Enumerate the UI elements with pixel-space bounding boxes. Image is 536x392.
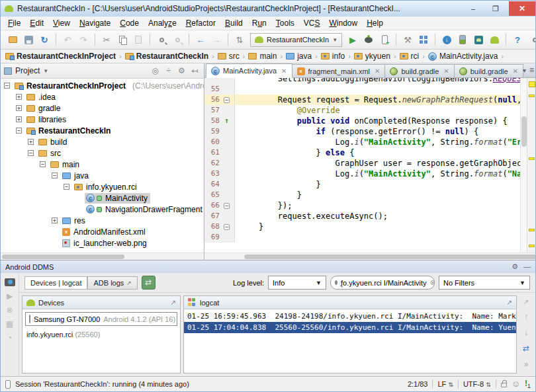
menu-tools[interactable]: Tools: [271, 17, 299, 29]
menu-build[interactable]: Build: [220, 17, 247, 29]
tree-item-info-ykyuen-rci[interactable]: −info.ykyuen.rci: [1, 181, 204, 192]
breadcrumb-info[interactable]: info: [320, 52, 345, 61]
editor-hscrollbar[interactable]: [204, 253, 535, 260]
locate-file-icon[interactable]: ◎: [150, 66, 161, 75]
expander-icon[interactable]: −: [52, 173, 58, 178]
encoding-select[interactable]: UTF-8 ⇅: [463, 380, 491, 388]
help-icon[interactable]: ?: [510, 32, 525, 47]
settings-wrench-icon[interactable]: ⚒: [400, 32, 415, 47]
tree-item-res[interactable]: +res: [1, 215, 204, 226]
search-everywhere-icon[interactable]: [527, 32, 536, 47]
menu-edit[interactable]: Edit: [25, 17, 48, 29]
code-line-64[interactable]: 64 }: [204, 179, 520, 190]
line-separator-select[interactable]: LF ⇅: [437, 380, 453, 388]
override-marker-icon[interactable]: ↑: [224, 116, 229, 126]
close-button[interactable]: ✕: [509, 1, 535, 16]
tree-item-java[interactable]: −java: [1, 170, 204, 181]
code-line-68[interactable]: 68− }: [204, 221, 520, 232]
scroll-top-icon[interactable]: ↑: [524, 312, 528, 321]
close-tab-icon[interactable]: ✕: [281, 67, 287, 75]
compare-icon[interactable]: ⇅: [232, 32, 247, 47]
sdk-manager-icon[interactable]: [471, 32, 486, 47]
back-icon[interactable]: ←: [193, 32, 208, 47]
code-line-61[interactable]: 61 } else {: [204, 147, 520, 158]
sync-icon[interactable]: ↻: [37, 32, 52, 47]
code-line[interactable]: Settings.addLoggingBehavior(LoggingBehav…: [204, 78, 520, 84]
replace-icon[interactable]: [170, 32, 185, 47]
scroll-bottom-icon[interactable]: ↓: [524, 328, 528, 337]
expander-icon[interactable]: −: [40, 161, 46, 167]
fold-icon[interactable]: −: [224, 224, 230, 230]
breadcrumb-restaurantcheckin[interactable]: RestaurantCheckIn: [124, 52, 209, 61]
log-level-select[interactable]: Info ▼: [268, 276, 326, 290]
project-view-select[interactable]: Project ▼: [4, 66, 48, 75]
code-line-60[interactable]: 60 Log.i("MainActivity", String.format("…: [204, 137, 520, 147]
ddms-tab-adb-logs[interactable]: ADB logs↗: [87, 276, 137, 290]
fold-icon[interactable]: −: [224, 203, 230, 209]
event-log-notification[interactable]: !1: [525, 379, 531, 389]
close-tab-icon[interactable]: ✕: [375, 67, 380, 75]
cut-icon[interactable]: ✂: [99, 32, 114, 47]
collapse-all-icon[interactable]: ÷: [163, 66, 174, 75]
code-line-55[interactable]: 55: [204, 84, 520, 95]
gear-icon[interactable]: ⚙: [176, 66, 187, 75]
screen-record-icon[interactable]: ▶: [7, 292, 13, 300]
expand-icon[interactable]: »: [524, 360, 529, 369]
tree-item-ic-launcher-web-png[interactable]: ic_launcher-web.png: [1, 237, 204, 249]
menu-analyze[interactable]: Analyze: [144, 17, 181, 29]
close-tab-icon[interactable]: ✕: [443, 67, 449, 75]
breadcrumb-ykyuen[interactable]: ykyuen: [353, 52, 391, 61]
expander-icon[interactable]: −: [4, 83, 10, 89]
terminate-process-icon[interactable]: ⊗: [6, 306, 13, 314]
breadcrumb-main[interactable]: main: [247, 52, 277, 61]
tab-fragment-main-xml[interactable]: xfragment_main.xml✕: [292, 64, 386, 77]
ddms-hide-icon[interactable]: —: [523, 262, 531, 271]
logcat-filter-select[interactable]: No Filters ▼: [439, 276, 530, 290]
expander-icon[interactable]: −: [28, 150, 34, 156]
expander-icon[interactable]: +: [28, 139, 34, 145]
float-panel-icon[interactable]: ↗: [171, 299, 176, 306]
logcat-line[interactable]: 01-25 16:59:45.963 24198-24198/info.ykyu…: [184, 311, 516, 322]
logcat-search-input[interactable]: fo.ykyuen.rci I/MainActivity ⊗: [330, 276, 435, 290]
expander-icon[interactable]: +: [52, 217, 58, 223]
menu-window[interactable]: Window: [324, 17, 362, 29]
menu-file[interactable]: File: [3, 17, 25, 29]
breadcrumb-restaurantcheckinproject[interactable]: RestaurantCheckInProject: [5, 52, 116, 61]
maximize-button[interactable]: ❐: [486, 1, 505, 16]
menu-code[interactable]: Code: [115, 17, 144, 29]
code-line-63[interactable]: 63 Log.i("MainActivity", String.format("…: [204, 169, 520, 179]
tab-build-gradle[interactable]: build.gradle✕: [384, 64, 454, 77]
sync-project-icon[interactable]: ↓: [439, 32, 454, 47]
tree-item-main[interactable]: −main: [1, 159, 204, 170]
tree-item-mainactivity[interactable]: cMainActivity: [1, 192, 204, 204]
ddms-gear-icon[interactable]: ⚙: [512, 262, 518, 271]
breadcrumb-src[interactable]: src: [217, 52, 240, 61]
code-line-62[interactable]: 62 GraphUser user = response.getGraphObj…: [204, 158, 520, 169]
tree-item-restaurantcheckinproject[interactable]: −RestaurantCheckInProject(C:\Users\user\…: [1, 80, 204, 91]
ddms-tab-devices-logcat[interactable]: Devices | logcat: [24, 276, 87, 290]
adb-restart-icon[interactable]: ⇄: [142, 276, 156, 290]
process-list[interactable]: info.ykyuen.rci (25560): [22, 329, 180, 373]
fold-icon[interactable]: −: [224, 97, 230, 103]
lock-icon[interactable]: [501, 383, 507, 387]
open-icon[interactable]: [5, 32, 20, 47]
float-icon[interactable]: ↗: [523, 298, 529, 305]
menu-help[interactable]: Help: [362, 17, 388, 29]
code-line-58[interactable]: 58↑ public void onCompleted(Response res…: [204, 116, 520, 126]
menu-vcs[interactable]: VCS: [299, 17, 325, 29]
tree-item-androidmanifest-xml[interactable]: xAndroidManifest.xml: [1, 226, 204, 237]
menu-navigate[interactable]: Navigate: [75, 17, 115, 29]
tree-item-navigationdrawerfragment[interactable]: cNavigationDrawerFragment: [1, 204, 204, 215]
menu-view[interactable]: View: [48, 17, 75, 29]
hide-panel-icon[interactable]: ↤: [189, 66, 201, 75]
debug-button[interactable]: [361, 32, 376, 47]
project-tree-hscrollbar[interactable]: [1, 253, 204, 260]
menu-refactor[interactable]: Refactor: [181, 17, 220, 29]
minimize-button[interactable]: –: [464, 1, 482, 16]
tab-build-gradle[interactable]: build.gradle✕: [454, 64, 523, 77]
editor-vscrollbar[interactable]: [520, 78, 527, 253]
avd-manager-icon[interactable]: [487, 32, 502, 47]
device-select[interactable]: Samsung GT-N7000 Android 4.1.2 (API 16) …: [25, 312, 177, 326]
expander-icon[interactable]: −: [16, 128, 22, 134]
find-icon[interactable]: [154, 32, 169, 47]
